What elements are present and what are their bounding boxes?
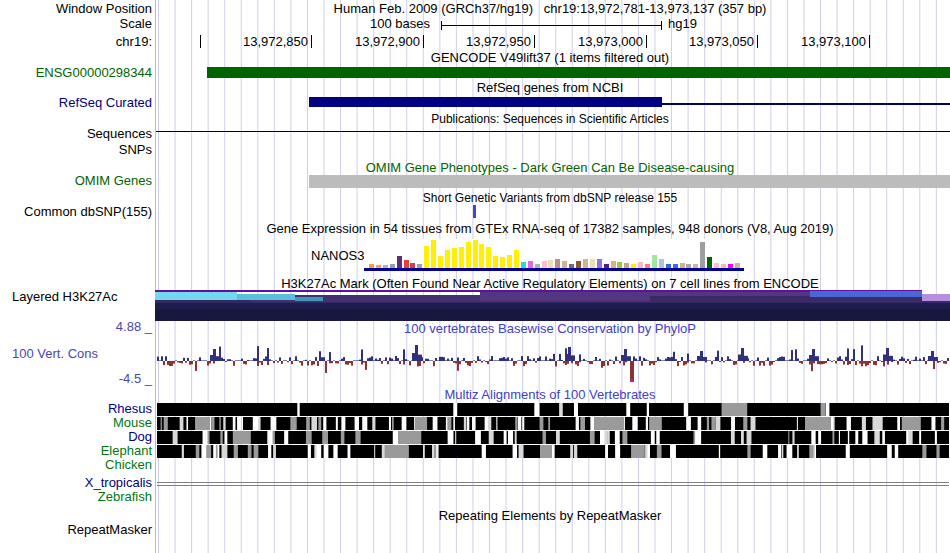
- alignment-gap: [646, 417, 648, 430]
- alignment-gap: [322, 431, 328, 444]
- alignment-gap: [415, 417, 419, 430]
- genome-browser-image: Window Position Human Feb. 2009 (GRCh37/…: [0, 0, 950, 553]
- alignment-gap: [219, 417, 220, 430]
- alignment-gap: [241, 417, 243, 430]
- alignment-gap: [716, 417, 721, 430]
- alignment-gap: [508, 431, 513, 444]
- alignment-gap: [559, 403, 563, 416]
- alignment-gap: [622, 431, 627, 444]
- alignment-gap: [433, 417, 438, 430]
- alignment-gap: [224, 431, 227, 444]
- alignment-gap: [590, 431, 595, 444]
- alignment-gap: [453, 417, 455, 430]
- alignment-bar: [157, 431, 949, 444]
- alignment-gap: [797, 445, 799, 458]
- alignment-gap: [645, 445, 647, 458]
- alignment-gap: [402, 417, 407, 430]
- alignment-gap: [580, 417, 585, 430]
- alignment-gray-block: [398, 431, 408, 444]
- alignment-gap: [268, 445, 271, 458]
- alignment-gap: [161, 417, 162, 430]
- alignment-gray-block: [195, 417, 210, 430]
- alignment-gap: [574, 445, 577, 458]
- alignment-gap: [862, 431, 867, 444]
- alignment-gap: [548, 417, 550, 430]
- alignment-gap: [651, 431, 655, 444]
- alignment-gap: [201, 445, 206, 458]
- alignment-gap: [211, 417, 214, 430]
- alignment-gap: [711, 417, 715, 430]
- alignment-gap: [284, 431, 288, 444]
- alignment-gap: [919, 431, 921, 444]
- repeatmasker-track-label[interactable]: RepeatMasker: [0, 523, 152, 536]
- alignment-gap: [308, 445, 311, 458]
- alignment-gap: [464, 417, 466, 430]
- alignment-gap: [882, 431, 885, 444]
- alignment-gap: [698, 417, 702, 430]
- alignment-gray-block: [233, 431, 251, 444]
- alignment-gap: [290, 417, 295, 430]
- alignment-gap: [821, 403, 826, 416]
- alignment-gap: [818, 431, 821, 444]
- alignment-gap: [372, 417, 375, 430]
- alignment-gap: [254, 417, 258, 430]
- alignment-gap: [633, 417, 636, 430]
- alignment-gap: [519, 445, 524, 458]
- alignment-gap: [787, 445, 792, 458]
- unalignable-line: [157, 482, 949, 483]
- alignment-gap: [848, 431, 849, 444]
- alignment-gap: [626, 403, 630, 416]
- alignment-gap: [605, 445, 608, 458]
- alignment-gap: [747, 431, 752, 444]
- alignment-gap: [540, 417, 544, 430]
- alignment-gap: [670, 445, 675, 458]
- alignment-gap: [422, 417, 428, 430]
- alignment-gap: [341, 431, 345, 444]
- alignment-gap: [496, 417, 497, 430]
- alignment-gap: [604, 431, 607, 444]
- alignment-gray-block: [631, 445, 643, 458]
- alignment-gap: [423, 445, 425, 458]
- alignment-gap: [447, 417, 451, 430]
- alignment-gap: [237, 417, 240, 430]
- unalignable-line: [157, 485, 949, 486]
- alignment-gap: [607, 431, 609, 444]
- alignment-gap: [515, 431, 517, 444]
- alignment-gap: [788, 431, 789, 444]
- alignment-gap: [306, 431, 312, 444]
- alignment-gap: [336, 417, 338, 430]
- alignment-gap: [782, 445, 784, 458]
- alignment-gap: [392, 417, 394, 430]
- alignment-gap: [792, 431, 794, 444]
- alignment-gap: [348, 445, 351, 458]
- alignment-gap: [615, 431, 620, 444]
- alignment-gap: [855, 431, 858, 444]
- alignment-gap: [615, 445, 620, 458]
- alignment-gap: [862, 417, 866, 430]
- alignment-gray-block: [650, 417, 662, 430]
- alignment-gap: [513, 445, 517, 458]
- alignment-gap: [908, 431, 912, 444]
- alignment-gap: [751, 417, 756, 430]
- alignment-gap: [254, 445, 259, 458]
- alignment-gap: [684, 403, 688, 416]
- alignment-gap: [809, 445, 813, 458]
- alignment-gap: [182, 445, 184, 458]
- alignment-gap: [482, 445, 484, 458]
- alignment-gap: [731, 417, 735, 430]
- alignment-gap: [210, 417, 211, 430]
- alignment-gap: [196, 445, 200, 458]
- alignment-gap: [316, 445, 321, 458]
- alignment-gap: [173, 431, 178, 444]
- multiz-alignment-rows[interactable]: [0, 0, 950, 553]
- alignment-gap: [180, 417, 184, 430]
- alignment-gap: [743, 417, 747, 430]
- alignment-gap: [719, 445, 720, 458]
- alignment-gap: [922, 445, 926, 458]
- alignment-gap: [389, 417, 391, 430]
- alignment-gap: [518, 417, 521, 430]
- alignment-gray-block: [610, 417, 624, 430]
- repeatmasker-track-title[interactable]: Repeating Elements by RepeatMasker: [157, 509, 943, 522]
- alignment-gap: [826, 403, 830, 416]
- alignment-gap: [207, 445, 211, 458]
